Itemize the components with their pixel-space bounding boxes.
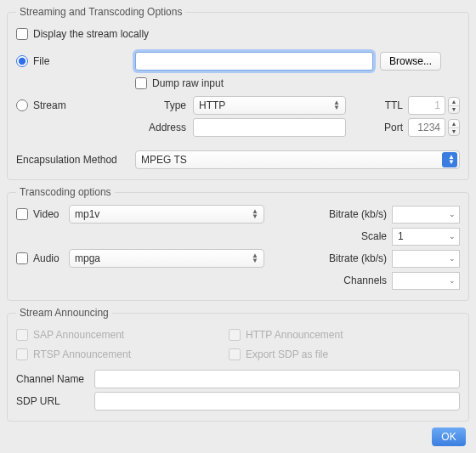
bitrate-label: Bitrate (kb/s) xyxy=(319,252,387,264)
port-stepper[interactable]: ▲▼ xyxy=(448,119,460,136)
streaming-transcoding-options-group: Streaming and Transcoding Options Displa… xyxy=(7,12,469,180)
chevron-down-icon: ▼ xyxy=(449,128,459,136)
ttl-label: TTL xyxy=(372,99,403,111)
scale-value: 1 xyxy=(398,230,404,242)
encapsulation-select[interactable]: MPEG TS ▲▼ xyxy=(135,150,460,169)
group-title: Streaming and Transcoding Options xyxy=(16,6,185,18)
rtsp-label: RTSP Announcement xyxy=(33,348,131,360)
chevron-down-icon: ⌄ xyxy=(449,254,456,263)
sap-checkbox xyxy=(16,329,28,341)
export-sdp-label: Export SDP as file xyxy=(246,348,328,360)
video-codec-value: mp1v xyxy=(75,208,99,220)
audio-codec-value: mpga xyxy=(75,252,100,264)
bitrate-label: Bitrate (kb/s) xyxy=(319,208,387,220)
address-label: Address xyxy=(135,122,186,133)
sap-label: SAP Announcement xyxy=(33,329,124,341)
audio-label: Audio xyxy=(33,252,60,264)
encapsulation-select-value: MPEG TS xyxy=(141,154,187,166)
chevron-down-icon: ⌄ xyxy=(449,232,456,241)
file-radio[interactable] xyxy=(16,55,28,67)
scale-combo[interactable]: 1 ⌄ xyxy=(392,228,460,246)
chevron-up-icon: ▲ xyxy=(449,98,459,106)
port-input[interactable] xyxy=(408,118,445,137)
stream-radio[interactable] xyxy=(16,99,28,111)
stream-announcing-group: Stream Announcing SAP Announcement HTTP … xyxy=(7,313,469,422)
rtsp-checkbox xyxy=(16,348,28,360)
file-path-input[interactable] xyxy=(135,52,373,71)
ttl-stepper[interactable]: ▲▼ xyxy=(448,97,460,114)
ok-button[interactable]: OK xyxy=(432,428,466,446)
scale-label: Scale xyxy=(319,230,387,242)
export-sdp-checkbox xyxy=(229,348,241,360)
transcoding-options-group: Transcoding options Video mp1v ▲▼ Bitrat… xyxy=(7,192,469,301)
updown-icon: ▲▼ xyxy=(333,100,340,110)
display-locally-checkbox[interactable] xyxy=(16,28,28,40)
group-title: Stream Announcing xyxy=(16,307,112,319)
channel-name-input[interactable] xyxy=(94,370,460,388)
stream-radio-label: Stream xyxy=(33,99,66,111)
updown-icon: ▲▼ xyxy=(252,209,258,219)
http-announce-label: HTTP Announcement xyxy=(246,329,343,341)
port-label: Port xyxy=(372,122,403,133)
address-input[interactable] xyxy=(193,118,346,137)
ttl-input[interactable] xyxy=(408,96,445,115)
type-select[interactable]: HTTP ▲▼ xyxy=(193,96,346,115)
browse-button[interactable]: Browse... xyxy=(380,52,441,71)
chevron-up-icon: ▲ xyxy=(449,120,459,128)
video-checkbox[interactable] xyxy=(16,208,28,220)
channel-name-label: Channel Name xyxy=(16,373,94,385)
chevron-down-icon: ▼ xyxy=(449,106,459,114)
video-label: Video xyxy=(33,208,59,220)
type-select-value: HTTP xyxy=(199,99,225,111)
audio-checkbox[interactable] xyxy=(16,252,28,264)
http-announce-checkbox xyxy=(229,329,241,341)
channels-label: Channels xyxy=(319,275,387,286)
encapsulation-label: Encapsulation Method xyxy=(16,154,135,166)
chevron-down-icon: ⌄ xyxy=(449,276,456,285)
type-label: Type xyxy=(135,99,186,111)
video-codec-select[interactable]: mp1v ▲▼ xyxy=(69,205,264,224)
audio-codec-select[interactable]: mpga ▲▼ xyxy=(69,249,264,268)
video-bitrate-combo[interactable]: ⌄ xyxy=(392,206,460,224)
updown-icon: ▲▼ xyxy=(252,253,258,263)
channels-combo[interactable]: ⌄ xyxy=(392,272,460,290)
display-locally-label: Display the stream locally xyxy=(33,28,149,40)
dump-raw-label: Dump raw input xyxy=(152,77,224,89)
audio-bitrate-combo[interactable]: ⌄ xyxy=(392,250,460,268)
chevron-down-icon: ⌄ xyxy=(449,210,456,218)
updown-icon: ▲▼ xyxy=(448,155,455,165)
sdp-url-input[interactable] xyxy=(94,392,460,411)
sdp-url-label: SDP URL xyxy=(16,395,94,407)
file-radio-label: File xyxy=(33,55,49,67)
group-title: Transcoding options xyxy=(16,186,115,198)
dump-raw-checkbox[interactable] xyxy=(135,77,147,89)
